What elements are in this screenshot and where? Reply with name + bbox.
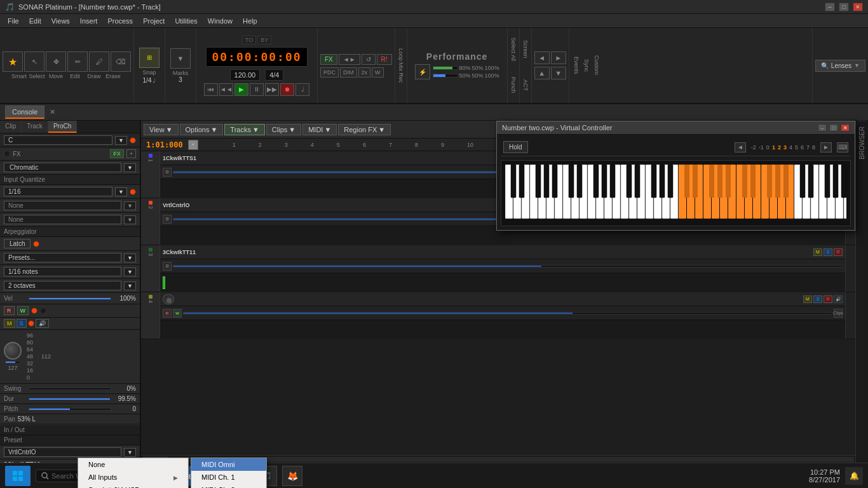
console-close[interactable]: ✕ [50, 108, 55, 116]
track4-clips[interactable] [160, 320, 845, 339]
view-menu-button[interactable]: View ▼ [144, 124, 179, 135]
back-button[interactable]: ◄◄ [219, 83, 233, 96]
track4-vol-fader[interactable] [183, 312, 832, 315]
track3-fx-btn[interactable]: ⚙ [163, 262, 172, 271]
track3-clips[interactable] [160, 273, 845, 292]
nav-right-button[interactable]: ► [551, 51, 566, 64]
menu-views[interactable]: Views [46, 16, 75, 26]
monitor-button[interactable]: 🔊 [36, 319, 49, 328]
midi-ch-2[interactable]: MIDI Ch. 2 [191, 484, 266, 488]
clip-tab[interactable]: Clip [0, 121, 22, 133]
none-dropdown-1[interactable]: None [4, 201, 121, 210]
ctx-all-inputs[interactable]: All Inputs [78, 471, 188, 484]
loop-return-button[interactable]: ↺ [362, 54, 376, 65]
forward-button[interactable]: ▶▶ [265, 83, 279, 96]
octaves-selector[interactable]: 2 octaves [4, 281, 121, 290]
menu-process[interactable]: Process [102, 16, 138, 26]
track4-monitor[interactable]: 🔊 [834, 295, 843, 303]
taskbar-browser-button[interactable]: 🦊 [282, 466, 302, 486]
input-source-dropdown[interactable]: ▼ [124, 448, 136, 457]
none-dropdown-1-arrow[interactable]: ▼ [124, 201, 136, 210]
add-marker-button[interactable]: + [188, 140, 198, 150]
vc-hold-button[interactable]: Hold [503, 141, 528, 153]
move-tool-button[interactable]: ✥ [46, 51, 66, 72]
smart-tool-button[interactable]: ★ [3, 51, 23, 72]
snap-button[interactable]: ⊞ [139, 48, 159, 68]
play-button[interactable]: ▶ [234, 83, 248, 96]
track4-r-btn[interactable]: R [163, 309, 172, 318]
2x-button[interactable]: 2x [358, 67, 371, 78]
track4-content[interactable]: M S R 🔊 R W Clips [160, 292, 845, 339]
marks-button[interactable]: ▼ [170, 48, 191, 69]
nav-down-button[interactable]: ▼ [551, 67, 566, 79]
track3-vol-fader[interactable] [173, 265, 843, 268]
track4-mute[interactable]: M [803, 295, 812, 303]
erase-tool-button[interactable]: ⌫ [111, 51, 131, 72]
dur-slider[interactable] [29, 398, 111, 400]
region-fx-menu-button[interactable]: Region FX ▼ [338, 124, 391, 135]
track1-fx-btn[interactable]: ⚙ [163, 168, 172, 177]
pitch-slider[interactable] [29, 408, 111, 410]
vol-fader[interactable] [5, 361, 20, 363]
octaves-dropdown[interactable]: ▼ [124, 281, 136, 290]
track4-w-btn[interactable]: W [173, 309, 182, 318]
main-knob[interactable] [4, 342, 22, 360]
pause-button[interactable]: ⏸ [250, 83, 264, 96]
perf-icon[interactable]: ⚡ [415, 64, 430, 79]
vc-keyboard-icon[interactable]: ⌨ [837, 142, 848, 152]
menu-help[interactable]: Help [238, 16, 262, 26]
midi-menu-button[interactable]: MIDI ▼ [302, 124, 337, 135]
menu-utilities[interactable]: Utilities [170, 16, 202, 26]
w-button[interactable]: W [372, 67, 384, 78]
tracks-menu-button[interactable]: Tracks ▼ [224, 124, 264, 135]
midi-omni[interactable]: MIDI Omni [191, 458, 266, 471]
menu-file[interactable]: File [3, 16, 24, 26]
pdc-button[interactable]: R! [377, 54, 392, 65]
track3-mute[interactable]: M [813, 248, 822, 256]
track4-solo[interactable]: S [813, 295, 822, 303]
lenses-button[interactable]: 🔍 Lenses ▼ [815, 60, 865, 72]
menu-project[interactable]: Project [138, 16, 170, 26]
vc-maximize-button[interactable]: □ [829, 124, 838, 132]
clips-menu-button[interactable]: Clips ▼ [266, 124, 301, 135]
nav-left-button[interactable]: ◄ [534, 51, 550, 64]
nav-up-button[interactable]: ▲ [534, 67, 550, 79]
vc-next-button[interactable]: ► [820, 142, 832, 152]
track-tab[interactable]: Track [22, 121, 48, 133]
menu-insert[interactable]: Insert [75, 16, 103, 26]
menu-window[interactable]: Window [203, 16, 238, 26]
read-button[interactable]: R [4, 306, 15, 315]
midi-ch-1[interactable]: MIDI Ch. 1 [191, 471, 266, 484]
draw-tool-button[interactable]: 🖊 [89, 51, 109, 72]
proch-tab[interactable]: ProCh [48, 121, 77, 133]
console-tab[interactable]: Console [5, 105, 44, 119]
vc-prev-button[interactable]: ◄ [735, 142, 746, 152]
presets-dropdown[interactable]: ▼ [124, 254, 136, 262]
swing-slider[interactable] [29, 388, 111, 390]
edit-tool-button[interactable]: ✏ [67, 51, 88, 72]
notification-button[interactable]: 🔔 [845, 467, 863, 485]
vc-close-button[interactable]: ✕ [841, 124, 850, 132]
browser-label[interactable]: BROWSER [857, 121, 867, 165]
quantize-value[interactable]: 1/16 [4, 187, 112, 196]
options-menu-button[interactable]: Options ▼ [180, 124, 224, 135]
solo-button[interactable]: S [17, 319, 27, 328]
vel-slider[interactable] [29, 297, 111, 300]
fx-on-button[interactable]: FX [110, 149, 124, 158]
track4-rec[interactable]: R [824, 295, 832, 303]
start-button[interactable] [5, 466, 31, 486]
track3-content[interactable]: 3CkwIkTT11 M S R ⚙ [160, 245, 845, 292]
record-button[interactable]: ⏺ [280, 83, 294, 96]
none-dropdown-2-arrow[interactable]: ▼ [124, 215, 136, 224]
add-fx-button[interactable]: + [126, 149, 136, 158]
pdc-label[interactable]: PDC [320, 67, 339, 78]
latch-button[interactable]: Latch [4, 239, 31, 248]
track3-solo[interactable]: S [824, 248, 832, 256]
fx-button[interactable]: FX [320, 54, 337, 65]
quantize-dropdown[interactable]: ▼ [115, 187, 127, 196]
vc-minimize-button[interactable]: – [818, 124, 827, 132]
notes-selector[interactable]: 1/16 notes [4, 267, 121, 276]
menu-edit[interactable]: Edit [24, 16, 46, 26]
dim-label[interactable]: DIM [340, 67, 357, 78]
write-button[interactable]: W [17, 306, 29, 315]
